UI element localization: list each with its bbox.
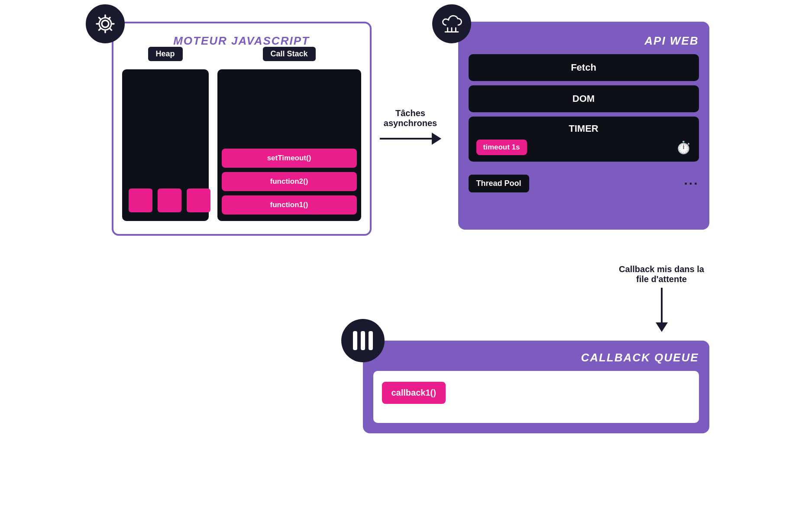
arrow-line	[380, 138, 432, 140]
heap-label: Heap	[148, 47, 182, 61]
svg-point-1	[99, 18, 111, 30]
api-item-dom: DOM	[469, 85, 699, 112]
bottom-row: Callback mis dans lafile d'attente CALLB…	[363, 264, 709, 433]
timer-box: TIMER timeout 1s ⏱️	[469, 117, 699, 162]
js-engine-wrapper: MOTEUR JAVASCRIPT Heap	[103, 22, 372, 236]
heap-block-2	[158, 188, 181, 212]
callback-inner: callback1()	[373, 371, 699, 423]
pause-icon	[341, 319, 385, 362]
pause-line-2	[361, 331, 365, 350]
api-items: Fetch DOM TIMER timeout 1s ⏱️ Thread Poo…	[469, 54, 699, 195]
callback-queue-box: CALLBACK QUEUE callback1()	[363, 341, 709, 433]
api-web-wrapper: API WEB Fetch DOM TIMER timeout 1s ⏱️	[450, 22, 709, 230]
arrow-head-right	[432, 133, 441, 145]
heap-block-1	[129, 188, 152, 212]
api-web-title: API WEB	[469, 34, 699, 48]
timer-title: TIMER	[476, 123, 691, 134]
stopwatch-icon: ⏱️	[676, 140, 691, 155]
heap-shapes	[129, 188, 210, 212]
arrow-down	[656, 288, 668, 332]
timer-row: timeout 1s ⏱️	[476, 140, 691, 155]
callstack-wrapper: Call Stack setTimeout() function2() func…	[217, 56, 361, 221]
pause-lines	[353, 331, 373, 350]
thread-pool-label: Thread Pool	[469, 175, 529, 192]
stack-item-2: function1()	[222, 195, 357, 214]
thread-pool-row: Thread Pool ···	[469, 172, 699, 195]
pause-line-3	[369, 331, 373, 350]
callback-arrow-label: Callback mis dans lafile d'attente	[619, 264, 704, 284]
top-row: MOTEUR JAVASCRIPT Heap	[103, 22, 709, 236]
arrow-right	[380, 133, 441, 145]
api-item-fetch: Fetch	[469, 54, 699, 81]
diagram-container: MOTEUR JAVASCRIPT Heap	[103, 22, 709, 498]
arrow-head-down	[656, 322, 668, 332]
js-engine-box: MOTEUR JAVASCRIPT Heap	[112, 22, 372, 236]
svg-point-0	[102, 20, 109, 27]
heap-block-3	[187, 188, 210, 212]
stack-item-0: setTimeout()	[222, 149, 357, 168]
callback-queue-wrapper: CALLBACK QUEUE callback1()	[363, 341, 709, 433]
callstack-panel: setTimeout() function2() function1()	[217, 69, 361, 221]
pause-line-1	[353, 331, 357, 350]
js-engine-title: MOTEUR JAVASCRIPT	[122, 34, 361, 48]
dots-label: ···	[684, 176, 699, 191]
timeout-badge: timeout 1s	[476, 140, 527, 155]
inner-panels: Heap Call Stack	[122, 56, 361, 221]
stack-items: setTimeout() function2() function1()	[222, 149, 357, 214]
heap-panel	[122, 69, 209, 221]
callback-item: callback1()	[382, 382, 446, 404]
arrow-line-down	[661, 288, 663, 322]
async-arrow-area: Tâchesasynchrones	[372, 108, 450, 145]
callback-arrow-area: Callback mis dans lafile d'attente	[488, 264, 812, 332]
cloud-icon	[432, 4, 471, 43]
callback-queue-title: CALLBACK QUEUE	[373, 351, 699, 364]
async-arrow-label: Tâchesasynchrones	[384, 108, 437, 128]
callstack-label: Call Stack	[262, 47, 315, 61]
gear-icon	[86, 4, 125, 43]
api-web-box: API WEB Fetch DOM TIMER timeout 1s ⏱️	[458, 22, 709, 230]
heap-wrapper: Heap	[122, 56, 209, 221]
stack-item-1: function2()	[222, 172, 357, 191]
